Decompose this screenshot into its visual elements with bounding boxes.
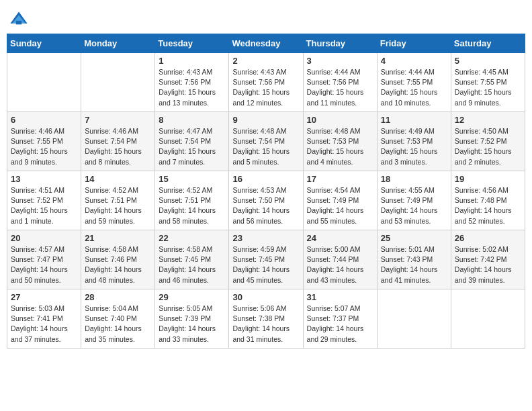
day-header-wednesday: Wednesday [229,34,303,53]
day-number: 21 [85,233,151,243]
day-info: Sunrise: 4:59 AM Sunset: 7:45 PM Dayligh… [232,244,299,285]
calendar-cell: 8Sunrise: 4:47 AM Sunset: 7:54 PM Daylig… [155,112,229,171]
day-number: 28 [85,292,151,302]
logo-icon [9,9,28,28]
day-info: Sunrise: 4:58 AM Sunset: 7:45 PM Dayligh… [159,244,225,285]
calendar-cell: 12Sunrise: 4:50 AM Sunset: 7:52 PM Dayli… [451,112,525,171]
calendar-cell: 1Sunrise: 4:43 AM Sunset: 7:56 PM Daylig… [155,53,229,112]
day-info: Sunrise: 4:43 AM Sunset: 7:56 PM Dayligh… [232,67,299,108]
calendar-cell: 15Sunrise: 4:52 AM Sunset: 7:51 PM Dayli… [155,171,229,230]
day-number: 22 [159,233,225,243]
day-number: 3 [307,56,373,66]
day-info: Sunrise: 4:48 AM Sunset: 7:53 PM Dayligh… [307,126,373,167]
day-info: Sunrise: 5:02 AM Sunset: 7:42 PM Dayligh… [455,244,521,285]
calendar-cell: 28Sunrise: 5:04 AM Sunset: 7:40 PM Dayli… [81,289,155,349]
day-header-sunday: Sunday [7,34,81,53]
day-info: Sunrise: 4:52 AM Sunset: 7:51 PM Dayligh… [85,185,151,226]
day-number: 18 [381,174,447,184]
day-info: Sunrise: 5:07 AM Sunset: 7:37 PM Dayligh… [307,304,373,345]
calendar-header-row: SundayMondayTuesdayWednesdayThursdayFrid… [7,34,525,53]
day-number: 29 [159,292,225,302]
day-info: Sunrise: 4:50 AM Sunset: 7:52 PM Dayligh… [455,126,521,167]
day-info: Sunrise: 4:48 AM Sunset: 7:54 PM Dayligh… [232,126,299,167]
day-number: 14 [85,174,151,184]
day-number: 8 [159,115,225,125]
day-header-thursday: Thursday [303,34,377,53]
day-info: Sunrise: 4:58 AM Sunset: 7:46 PM Dayligh… [85,244,151,285]
day-info: Sunrise: 4:52 AM Sunset: 7:51 PM Dayligh… [159,185,225,226]
calendar-cell [7,53,81,112]
logo [9,9,31,28]
day-info: Sunrise: 5:06 AM Sunset: 7:38 PM Dayligh… [232,304,299,345]
calendar-cell [451,289,525,349]
calendar-cell: 27Sunrise: 5:03 AM Sunset: 7:41 PM Dayli… [7,289,81,349]
calendar-cell: 4Sunrise: 4:44 AM Sunset: 7:55 PM Daylig… [377,53,451,112]
day-info: Sunrise: 4:55 AM Sunset: 7:49 PM Dayligh… [381,185,447,226]
day-info: Sunrise: 5:05 AM Sunset: 7:39 PM Dayligh… [159,304,225,345]
day-info: Sunrise: 4:49 AM Sunset: 7:53 PM Dayligh… [381,126,447,167]
day-number: 13 [11,174,77,184]
calendar-cell: 18Sunrise: 4:55 AM Sunset: 7:49 PM Dayli… [377,171,451,230]
calendar-week-4: 20Sunrise: 4:57 AM Sunset: 7:47 PM Dayli… [7,230,525,289]
day-info: Sunrise: 4:47 AM Sunset: 7:54 PM Dayligh… [159,126,225,167]
day-header-friday: Friday [377,34,451,53]
day-number: 11 [381,115,447,125]
day-info: Sunrise: 4:46 AM Sunset: 7:55 PM Dayligh… [11,126,77,167]
calendar-cell: 14Sunrise: 4:52 AM Sunset: 7:51 PM Dayli… [81,171,155,230]
calendar-cell [377,289,451,349]
day-info: Sunrise: 4:54 AM Sunset: 7:49 PM Dayligh… [307,185,373,226]
day-number: 16 [232,174,299,184]
calendar-cell [81,53,155,112]
calendar-cell: 31Sunrise: 5:07 AM Sunset: 7:37 PM Dayli… [303,289,377,349]
calendar-cell: 21Sunrise: 4:58 AM Sunset: 7:46 PM Dayli… [81,230,155,289]
day-number: 10 [307,115,373,125]
calendar-cell: 19Sunrise: 4:56 AM Sunset: 7:48 PM Dayli… [451,171,525,230]
day-info: Sunrise: 5:04 AM Sunset: 7:40 PM Dayligh… [85,304,151,345]
calendar-cell: 7Sunrise: 4:46 AM Sunset: 7:54 PM Daylig… [81,112,155,171]
calendar-week-3: 13Sunrise: 4:51 AM Sunset: 7:52 PM Dayli… [7,171,525,230]
day-header-tuesday: Tuesday [155,34,229,53]
calendar-cell: 29Sunrise: 5:05 AM Sunset: 7:39 PM Dayli… [155,289,229,349]
calendar-cell: 20Sunrise: 4:57 AM Sunset: 7:47 PM Dayli… [7,230,81,289]
calendar-cell: 16Sunrise: 4:53 AM Sunset: 7:50 PM Dayli… [229,171,303,230]
day-number: 24 [307,233,373,243]
day-number: 27 [11,292,77,302]
day-info: Sunrise: 4:44 AM Sunset: 7:56 PM Dayligh… [307,67,373,108]
day-info: Sunrise: 4:43 AM Sunset: 7:56 PM Dayligh… [159,67,225,108]
calendar-week-5: 27Sunrise: 5:03 AM Sunset: 7:41 PM Dayli… [7,289,525,349]
calendar-cell: 10Sunrise: 4:48 AM Sunset: 7:53 PM Dayli… [303,112,377,171]
calendar-cell: 6Sunrise: 4:46 AM Sunset: 7:55 PM Daylig… [7,112,81,171]
day-info: Sunrise: 5:03 AM Sunset: 7:41 PM Dayligh… [11,304,77,345]
day-info: Sunrise: 4:51 AM Sunset: 7:52 PM Dayligh… [11,185,77,226]
day-number: 2 [232,56,299,66]
calendar-cell: 25Sunrise: 5:01 AM Sunset: 7:43 PM Dayli… [377,230,451,289]
day-number: 20 [11,233,77,243]
day-number: 31 [307,292,373,302]
calendar-cell: 17Sunrise: 4:54 AM Sunset: 7:49 PM Dayli… [303,171,377,230]
day-number: 5 [455,56,521,66]
day-number: 25 [381,233,447,243]
calendar-cell: 22Sunrise: 4:58 AM Sunset: 7:45 PM Dayli… [155,230,229,289]
calendar-cell: 2Sunrise: 4:43 AM Sunset: 7:56 PM Daylig… [229,53,303,112]
calendar-cell: 26Sunrise: 5:02 AM Sunset: 7:42 PM Dayli… [451,230,525,289]
day-number: 26 [455,233,521,243]
day-info: Sunrise: 5:01 AM Sunset: 7:43 PM Dayligh… [381,244,447,285]
calendar-week-2: 6Sunrise: 4:46 AM Sunset: 7:55 PM Daylig… [7,112,525,171]
day-number: 9 [232,115,299,125]
page-header [7,7,525,28]
day-info: Sunrise: 4:57 AM Sunset: 7:47 PM Dayligh… [11,244,77,285]
day-number: 4 [381,56,447,66]
calendar-cell: 23Sunrise: 4:59 AM Sunset: 7:45 PM Dayli… [229,230,303,289]
day-number: 7 [85,115,151,125]
day-number: 17 [307,174,373,184]
calendar-cell: 5Sunrise: 4:45 AM Sunset: 7:55 PM Daylig… [451,53,525,112]
calendar-cell: 13Sunrise: 4:51 AM Sunset: 7:52 PM Dayli… [7,171,81,230]
day-number: 12 [455,115,521,125]
calendar-cell: 3Sunrise: 4:44 AM Sunset: 7:56 PM Daylig… [303,53,377,112]
day-number: 19 [455,174,521,184]
day-header-monday: Monday [81,34,155,53]
calendar-cell: 11Sunrise: 4:49 AM Sunset: 7:53 PM Dayli… [377,112,451,171]
day-number: 23 [232,233,299,243]
day-info: Sunrise: 4:53 AM Sunset: 7:50 PM Dayligh… [232,185,299,226]
calendar-cell: 9Sunrise: 4:48 AM Sunset: 7:54 PM Daylig… [229,112,303,171]
